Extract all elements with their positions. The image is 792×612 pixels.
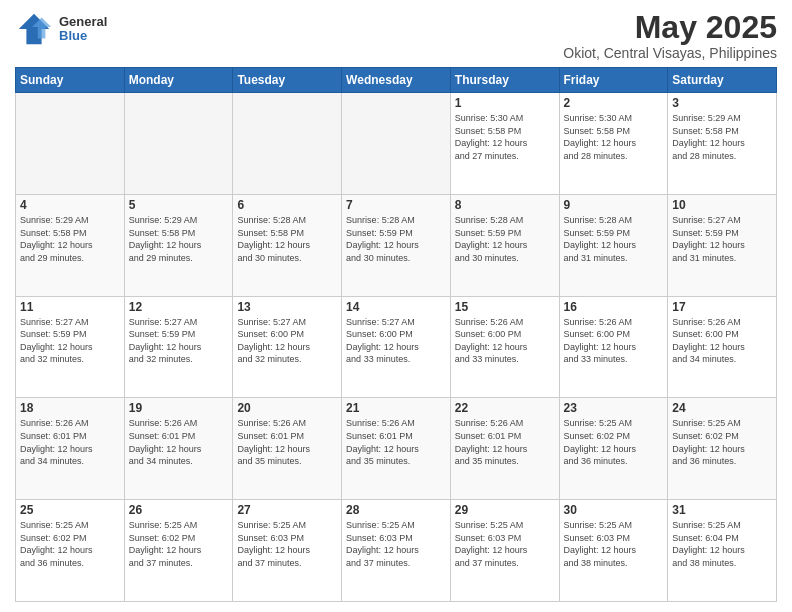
day-number: 27 [237,503,337,517]
day-info: Sunrise: 5:26 AM Sunset: 6:00 PM Dayligh… [564,316,664,366]
day-number: 8 [455,198,555,212]
cell-w5-d6: 31Sunrise: 5:25 AM Sunset: 6:04 PM Dayli… [668,500,777,602]
day-number: 11 [20,300,120,314]
title-block: May 2025 Okiot, Central Visayas, Philipp… [563,10,777,61]
day-info: Sunrise: 5:27 AM Sunset: 5:59 PM Dayligh… [129,316,229,366]
day-info: Sunrise: 5:29 AM Sunset: 5:58 PM Dayligh… [20,214,120,264]
cell-w2-d4: 8Sunrise: 5:28 AM Sunset: 5:59 PM Daylig… [450,194,559,296]
day-info: Sunrise: 5:28 AM Sunset: 5:59 PM Dayligh… [455,214,555,264]
day-info: Sunrise: 5:29 AM Sunset: 5:58 PM Dayligh… [672,112,772,162]
day-info: Sunrise: 5:27 AM Sunset: 6:00 PM Dayligh… [237,316,337,366]
cell-w3-d1: 12Sunrise: 5:27 AM Sunset: 5:59 PM Dayli… [124,296,233,398]
day-info: Sunrise: 5:25 AM Sunset: 6:03 PM Dayligh… [346,519,446,569]
day-number: 25 [20,503,120,517]
cell-w2-d2: 6Sunrise: 5:28 AM Sunset: 5:58 PM Daylig… [233,194,342,296]
cell-w4-d0: 18Sunrise: 5:26 AM Sunset: 6:01 PM Dayli… [16,398,125,500]
cell-w5-d5: 30Sunrise: 5:25 AM Sunset: 6:03 PM Dayli… [559,500,668,602]
day-info: Sunrise: 5:27 AM Sunset: 5:59 PM Dayligh… [20,316,120,366]
day-info: Sunrise: 5:28 AM Sunset: 5:59 PM Dayligh… [564,214,664,264]
cell-w2-d1: 5Sunrise: 5:29 AM Sunset: 5:58 PM Daylig… [124,194,233,296]
cell-w4-d6: 24Sunrise: 5:25 AM Sunset: 6:02 PM Dayli… [668,398,777,500]
day-info: Sunrise: 5:26 AM Sunset: 6:01 PM Dayligh… [455,417,555,467]
col-sunday: Sunday [16,68,125,93]
day-number: 3 [672,96,772,110]
day-info: Sunrise: 5:25 AM Sunset: 6:03 PM Dayligh… [237,519,337,569]
subtitle: Okiot, Central Visayas, Philippines [563,45,777,61]
day-number: 18 [20,401,120,415]
day-info: Sunrise: 5:26 AM Sunset: 6:01 PM Dayligh… [237,417,337,467]
day-number: 30 [564,503,664,517]
day-info: Sunrise: 5:28 AM Sunset: 5:58 PM Dayligh… [237,214,337,264]
day-number: 19 [129,401,229,415]
cell-w4-d3: 21Sunrise: 5:26 AM Sunset: 6:01 PM Dayli… [342,398,451,500]
day-number: 17 [672,300,772,314]
day-info: Sunrise: 5:25 AM Sunset: 6:03 PM Dayligh… [455,519,555,569]
day-info: Sunrise: 5:26 AM Sunset: 6:00 PM Dayligh… [455,316,555,366]
day-info: Sunrise: 5:25 AM Sunset: 6:02 PM Dayligh… [672,417,772,467]
cell-w4-d5: 23Sunrise: 5:25 AM Sunset: 6:02 PM Dayli… [559,398,668,500]
day-number: 14 [346,300,446,314]
cell-w1-d6: 3Sunrise: 5:29 AM Sunset: 5:58 PM Daylig… [668,93,777,195]
logo-text: General Blue [59,15,107,44]
col-monday: Monday [124,68,233,93]
day-info: Sunrise: 5:28 AM Sunset: 5:59 PM Dayligh… [346,214,446,264]
cell-w3-d2: 13Sunrise: 5:27 AM Sunset: 6:00 PM Dayli… [233,296,342,398]
day-info: Sunrise: 5:29 AM Sunset: 5:58 PM Dayligh… [129,214,229,264]
cell-w5-d3: 28Sunrise: 5:25 AM Sunset: 6:03 PM Dayli… [342,500,451,602]
main-title: May 2025 [563,10,777,45]
logo: General Blue [15,10,107,48]
cell-w1-d0 [16,93,125,195]
day-number: 7 [346,198,446,212]
day-number: 22 [455,401,555,415]
day-info: Sunrise: 5:27 AM Sunset: 6:00 PM Dayligh… [346,316,446,366]
day-number: 23 [564,401,664,415]
day-number: 28 [346,503,446,517]
calendar-header-row: Sunday Monday Tuesday Wednesday Thursday… [16,68,777,93]
day-number: 10 [672,198,772,212]
day-info: Sunrise: 5:26 AM Sunset: 6:01 PM Dayligh… [20,417,120,467]
cell-w5-d2: 27Sunrise: 5:25 AM Sunset: 6:03 PM Dayli… [233,500,342,602]
cell-w2-d3: 7Sunrise: 5:28 AM Sunset: 5:59 PM Daylig… [342,194,451,296]
logo-blue-label: Blue [59,29,107,43]
day-info: Sunrise: 5:25 AM Sunset: 6:04 PM Dayligh… [672,519,772,569]
day-info: Sunrise: 5:25 AM Sunset: 6:03 PM Dayligh… [564,519,664,569]
day-info: Sunrise: 5:26 AM Sunset: 6:01 PM Dayligh… [346,417,446,467]
day-info: Sunrise: 5:25 AM Sunset: 6:02 PM Dayligh… [564,417,664,467]
cell-w3-d0: 11Sunrise: 5:27 AM Sunset: 5:59 PM Dayli… [16,296,125,398]
cell-w5-d0: 25Sunrise: 5:25 AM Sunset: 6:02 PM Dayli… [16,500,125,602]
cell-w5-d4: 29Sunrise: 5:25 AM Sunset: 6:03 PM Dayli… [450,500,559,602]
col-saturday: Saturday [668,68,777,93]
cell-w1-d4: 1Sunrise: 5:30 AM Sunset: 5:58 PM Daylig… [450,93,559,195]
day-number: 16 [564,300,664,314]
cell-w1-d1 [124,93,233,195]
cell-w1-d3 [342,93,451,195]
cell-w1-d5: 2Sunrise: 5:30 AM Sunset: 5:58 PM Daylig… [559,93,668,195]
cell-w3-d3: 14Sunrise: 5:27 AM Sunset: 6:00 PM Dayli… [342,296,451,398]
day-info: Sunrise: 5:30 AM Sunset: 5:58 PM Dayligh… [564,112,664,162]
day-number: 13 [237,300,337,314]
week-row-5: 25Sunrise: 5:25 AM Sunset: 6:02 PM Dayli… [16,500,777,602]
col-wednesday: Wednesday [342,68,451,93]
cell-w4-d2: 20Sunrise: 5:26 AM Sunset: 6:01 PM Dayli… [233,398,342,500]
week-row-4: 18Sunrise: 5:26 AM Sunset: 6:01 PM Dayli… [16,398,777,500]
day-number: 24 [672,401,772,415]
day-info: Sunrise: 5:26 AM Sunset: 6:00 PM Dayligh… [672,316,772,366]
week-row-1: 1Sunrise: 5:30 AM Sunset: 5:58 PM Daylig… [16,93,777,195]
day-number: 26 [129,503,229,517]
cell-w2-d6: 10Sunrise: 5:27 AM Sunset: 5:59 PM Dayli… [668,194,777,296]
day-number: 20 [237,401,337,415]
day-info: Sunrise: 5:25 AM Sunset: 6:02 PM Dayligh… [129,519,229,569]
page: General Blue May 2025 Okiot, Central Vis… [0,0,792,612]
cell-w5-d1: 26Sunrise: 5:25 AM Sunset: 6:02 PM Dayli… [124,500,233,602]
week-row-2: 4Sunrise: 5:29 AM Sunset: 5:58 PM Daylig… [16,194,777,296]
cell-w3-d5: 16Sunrise: 5:26 AM Sunset: 6:00 PM Dayli… [559,296,668,398]
col-thursday: Thursday [450,68,559,93]
cell-w3-d6: 17Sunrise: 5:26 AM Sunset: 6:00 PM Dayli… [668,296,777,398]
day-number: 2 [564,96,664,110]
cell-w2-d0: 4Sunrise: 5:29 AM Sunset: 5:58 PM Daylig… [16,194,125,296]
week-row-3: 11Sunrise: 5:27 AM Sunset: 5:59 PM Dayli… [16,296,777,398]
day-number: 1 [455,96,555,110]
day-info: Sunrise: 5:25 AM Sunset: 6:02 PM Dayligh… [20,519,120,569]
day-info: Sunrise: 5:27 AM Sunset: 5:59 PM Dayligh… [672,214,772,264]
day-number: 9 [564,198,664,212]
